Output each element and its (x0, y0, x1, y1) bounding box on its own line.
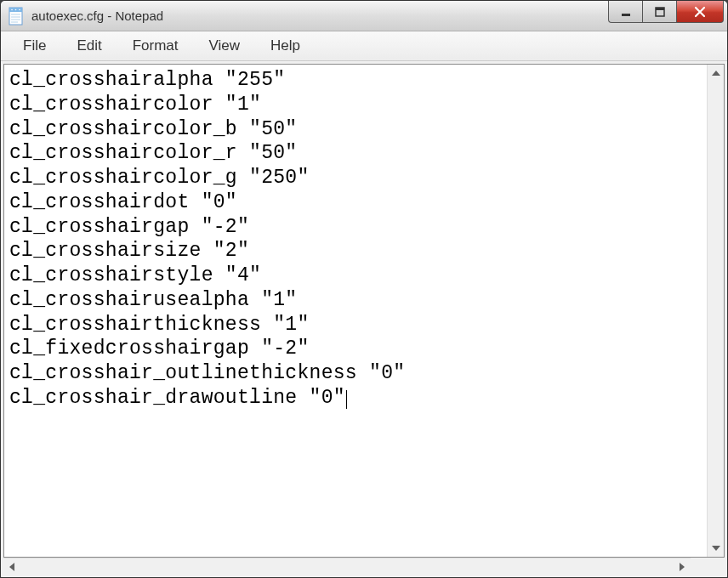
text-line: cl_crosshaircolor_r "50" (9, 141, 702, 166)
hscroll-track[interactable] (20, 558, 674, 575)
minimize-icon (621, 7, 631, 17)
text-line: cl_crosshaircolor_g "250" (9, 166, 702, 190)
svg-point-4 (19, 8, 20, 10)
menu-file[interactable]: File (8, 33, 61, 59)
svg-point-3 (15, 8, 17, 10)
scroll-left-arrow-icon[interactable] (3, 558, 20, 575)
maximize-icon (655, 7, 665, 17)
editor-container: cl_crosshairalpha "255"cl_crosshaircolor… (3, 64, 725, 558)
svg-point-2 (11, 8, 13, 10)
horizontal-scrollbar[interactable] (3, 558, 691, 575)
text-editor[interactable]: cl_crosshairalpha "255"cl_crosshaircolor… (4, 65, 707, 557)
text-line: cl_crosshaircolor_b "50" (9, 117, 702, 142)
menu-edit[interactable]: Edit (61, 33, 117, 59)
text-line: cl_crosshairsize "2" (9, 239, 702, 264)
notepad-icon (8, 6, 25, 26)
text-line: cl_fixedcrosshairgap "-2" (9, 337, 702, 361)
text-line: cl_crosshair_drawoutline "0" (9, 386, 702, 411)
text-line: cl_crosshairstyle "4" (9, 264, 702, 288)
vertical-scrollbar[interactable] (707, 65, 724, 557)
scroll-corner (708, 558, 725, 575)
minimize-button[interactable] (608, 1, 642, 23)
menubar: File Edit Format View Help (1, 31, 727, 61)
svg-rect-9 (622, 14, 630, 16)
maximize-button[interactable] (642, 1, 676, 23)
text-line: cl_crosshairgap "-2" (9, 215, 702, 240)
close-button[interactable] (676, 1, 724, 23)
menu-view[interactable]: View (194, 33, 256, 59)
text-line: cl_crosshaircolor "1" (9, 93, 702, 117)
notepad-window: autoexec.cfg - Notepad File Edit (0, 0, 728, 578)
text-line: cl_crosshair_outlinethickness "0" (9, 361, 702, 386)
text-line: cl_crosshairthickness "1" (9, 313, 702, 337)
vscroll-track[interactable] (708, 82, 724, 540)
hscroll-row (3, 558, 725, 575)
svg-rect-11 (656, 8, 664, 10)
window-controls (608, 1, 724, 23)
text-cursor (346, 390, 347, 409)
scroll-right-arrow-icon[interactable] (674, 558, 691, 575)
menu-format[interactable]: Format (117, 33, 194, 59)
text-line: cl_crosshairusealpha "1" (9, 288, 702, 313)
content-wrap: cl_crosshairalpha "255"cl_crosshaircolor… (1, 61, 727, 577)
close-icon (694, 6, 706, 18)
scroll-down-arrow-icon[interactable] (708, 540, 725, 557)
text-line: cl_crosshairalpha "255" (9, 68, 702, 93)
scroll-up-arrow-icon[interactable] (708, 65, 725, 82)
menu-help[interactable]: Help (255, 33, 316, 59)
titlebar[interactable]: autoexec.cfg - Notepad (1, 1, 727, 31)
text-line: cl_crosshairdot "0" (9, 190, 702, 215)
